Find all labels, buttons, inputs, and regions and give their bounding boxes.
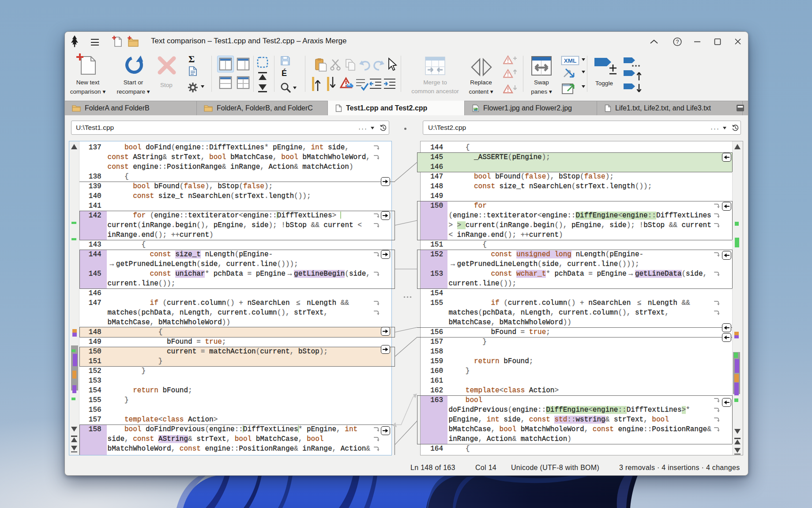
svg-text:?: ?	[676, 39, 679, 45]
svg-text:XML: XML	[564, 57, 577, 64]
